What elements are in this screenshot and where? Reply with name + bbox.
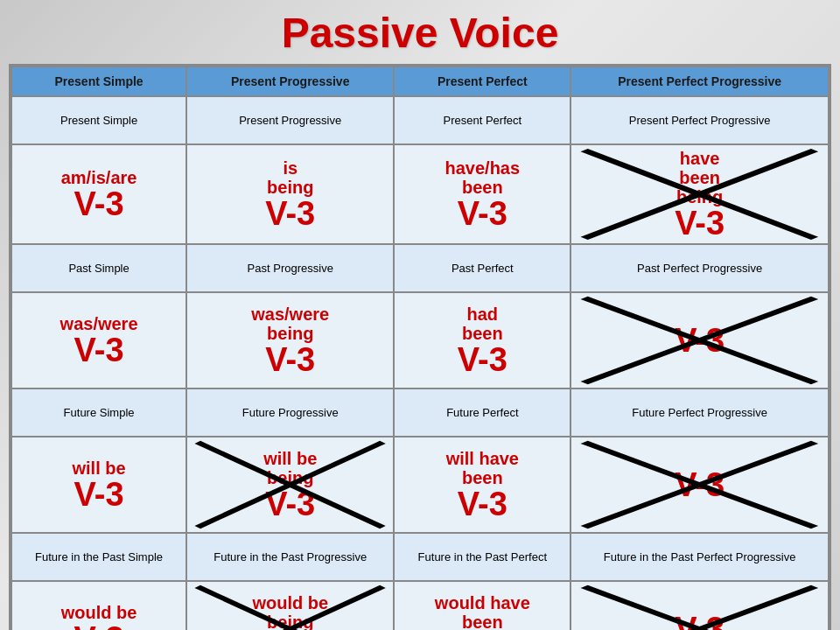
aux-text-0-1: is being bbox=[267, 158, 313, 197]
content-row-3: would beV-3would be beingV-3 would have … bbox=[11, 581, 829, 630]
label-cell-3-2: Future in the Past Perfect bbox=[394, 533, 570, 581]
v3-text-0-3: V-3 bbox=[675, 206, 724, 240]
label-cell-0-1: Present Progressive bbox=[186, 96, 394, 144]
header-col-3: Present Perfect bbox=[394, 66, 570, 96]
label-cell-1-1: Past Progressive bbox=[186, 244, 394, 292]
v3-text-1-1: V-3 bbox=[265, 343, 315, 376]
label-cell-3-0: Future in the Past Simple bbox=[11, 533, 186, 581]
aux-text-0-3: have been being bbox=[676, 149, 723, 206]
aux-text-1-2: had been bbox=[462, 304, 503, 343]
content-cell-0-0: am/is/areV-3 bbox=[11, 144, 186, 244]
v3-text-3-0: V-3 bbox=[74, 622, 124, 630]
v3-text-0-0: V-3 bbox=[74, 187, 124, 220]
content-cell-1-2: had beenV-3 bbox=[394, 292, 570, 388]
header-row: Present Simple Present Progressive Prese… bbox=[11, 66, 829, 96]
content-cell-2-0: will beV-3 bbox=[11, 437, 186, 533]
content-cell-3-1: would be beingV-3 bbox=[186, 581, 394, 630]
label-cell-1-2: Past Perfect bbox=[394, 244, 570, 292]
label-cell-0-3: Present Perfect Progressive bbox=[570, 96, 829, 144]
main-grid: Present Simple Present Progressive Prese… bbox=[9, 64, 831, 630]
label-row-1: Past SimplePast ProgressivePast PerfectP… bbox=[11, 244, 829, 292]
v3-text-1-3: V-3 bbox=[675, 324, 724, 357]
v3-text-2-2: V-3 bbox=[458, 487, 508, 521]
aux-text-2-0: will be bbox=[73, 458, 126, 478]
label-cell-2-3: Future Perfect Progressive bbox=[570, 388, 829, 437]
header-col-4: Present Perfect Progressive bbox=[570, 66, 829, 96]
label-row-2: Future SimpleFuture ProgressiveFuture Pe… bbox=[11, 388, 829, 437]
content-cell-3-2: would have beenV-3 bbox=[394, 581, 570, 630]
page-title: Passive Voice bbox=[282, 9, 559, 57]
content-cell-3-0: would beV-3 bbox=[11, 581, 186, 630]
content-cell-1-3: V-3 bbox=[570, 292, 829, 388]
v3-text-1-0: V-3 bbox=[74, 333, 124, 367]
aux-text-0-0: am/is/are bbox=[61, 168, 137, 187]
content-cell-2-3: V-3 bbox=[570, 437, 829, 533]
content-cell-0-3: have been beingV-3 bbox=[570, 144, 829, 244]
content-row-2: will beV-3will be beingV-3 will have bee… bbox=[11, 437, 829, 533]
content-cell-1-0: was/wereV-3 bbox=[11, 292, 186, 388]
header-col-1: Present Simple bbox=[11, 66, 186, 96]
content-cell-0-2: have/has beenV-3 bbox=[394, 144, 570, 244]
aux-text-2-2: will have been bbox=[446, 449, 519, 487]
label-cell-0-0: Present Simple bbox=[11, 96, 186, 144]
content-cell-3-3: V-3 bbox=[570, 581, 829, 630]
content-row-1: was/wereV-3was/were beingV-3had beenV-3V… bbox=[11, 292, 829, 388]
aux-text-3-1: would be being bbox=[252, 593, 328, 630]
aux-text-3-0: would be bbox=[61, 603, 137, 622]
label-cell-2-2: Future Perfect bbox=[394, 388, 570, 437]
content-cell-2-2: will have beenV-3 bbox=[394, 437, 570, 533]
v3-text-2-0: V-3 bbox=[74, 478, 124, 511]
label-cell-1-0: Past Simple bbox=[11, 244, 186, 292]
label-cell-2-0: Future Simple bbox=[11, 388, 186, 437]
label-cell-2-1: Future Progressive bbox=[186, 388, 394, 437]
content-cell-1-1: was/were beingV-3 bbox=[186, 292, 394, 388]
aux-text-1-0: was/were bbox=[60, 314, 138, 333]
v3-text-2-3: V-3 bbox=[675, 468, 724, 501]
label-row-3: Future in the Past SimpleFuture in the P… bbox=[11, 533, 829, 581]
label-cell-3-3: Future in the Past Perfect Progressive bbox=[570, 533, 829, 581]
header-col-2: Present Progressive bbox=[186, 66, 394, 96]
content-cell-2-1: will be beingV-3 bbox=[186, 437, 394, 533]
aux-text-0-2: have/has been bbox=[445, 158, 521, 197]
label-row-0: Present SimplePresent ProgressivePresent… bbox=[11, 96, 829, 144]
aux-text-1-1: was/were being bbox=[251, 304, 329, 343]
label-cell-1-3: Past Perfect Progressive bbox=[570, 244, 829, 292]
v3-text-3-3: V-3 bbox=[675, 612, 724, 630]
v3-text-1-2: V-3 bbox=[458, 343, 508, 376]
content-row-0: am/is/areV-3is beingV-3have/has beenV-3h… bbox=[11, 144, 829, 244]
v3-text-0-1: V-3 bbox=[265, 197, 315, 230]
label-cell-3-1: Future in the Past Progressive bbox=[186, 533, 394, 581]
v3-text-0-2: V-3 bbox=[458, 197, 508, 230]
content-cell-0-1: is beingV-3 bbox=[186, 144, 394, 244]
v3-text-2-1: V-3 bbox=[265, 487, 315, 521]
label-cell-0-2: Present Perfect bbox=[394, 96, 570, 144]
aux-text-3-2: would have been bbox=[435, 593, 530, 630]
aux-text-2-1: will be being bbox=[263, 449, 317, 487]
